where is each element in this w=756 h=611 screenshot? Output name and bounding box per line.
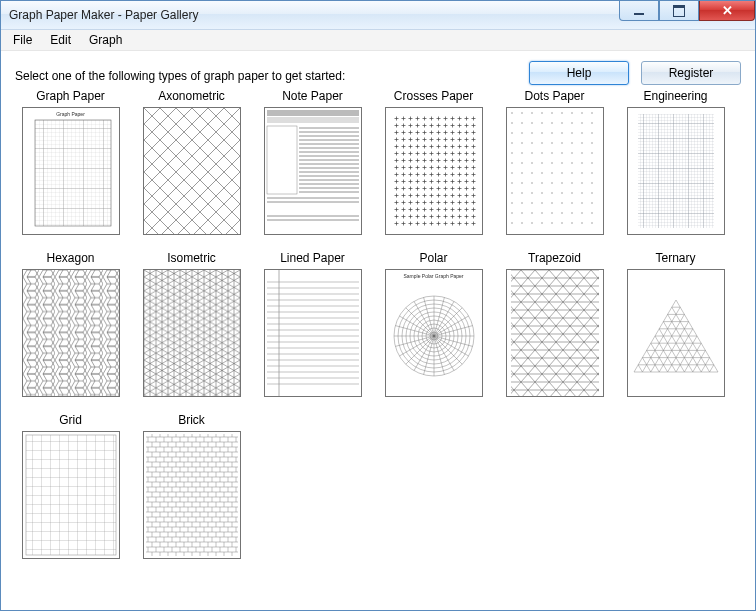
svg-rect-28 [392, 114, 476, 228]
svg-rect-37 [144, 270, 240, 396]
gallery-item-engineering[interactable]: Engineering [620, 89, 731, 235]
paper-gallery: Graph Paper Graph Paper [15, 89, 741, 559]
svg-rect-32 [638, 114, 714, 228]
item-label: Dots Paper [524, 89, 584, 105]
instruction-text: Select one of the following types of gra… [15, 69, 345, 85]
item-label: Isometric [167, 251, 216, 267]
lined-paper-icon [265, 270, 361, 396]
svg-line-101 [663, 322, 692, 372]
register-button[interactable]: Register [641, 61, 741, 85]
thumb-trapezoid [506, 269, 604, 397]
axonometric-icon [144, 108, 240, 234]
svg-rect-36 [23, 270, 119, 396]
gallery-item-trapezoid[interactable]: Trapezoid [499, 251, 610, 397]
item-label: Hexagon [46, 251, 94, 267]
item-label: Brick [178, 413, 205, 429]
gallery-item-polar[interactable]: Polar Sample Polar Graph Paper [378, 251, 489, 397]
maximize-button[interactable] [659, 1, 699, 21]
menubar: File Edit Graph [1, 30, 755, 51]
gallery-item-graph-paper[interactable]: Graph Paper Graph Paper [15, 89, 126, 235]
svg-line-92 [659, 322, 688, 372]
svg-line-90 [642, 307, 680, 372]
svg-line-99 [671, 307, 709, 372]
minimize-icon [634, 13, 644, 15]
gallery-item-brick[interactable]: Brick [136, 413, 247, 559]
engineering-icon [628, 108, 724, 234]
thumb-ternary [627, 269, 725, 397]
svg-rect-108 [26, 435, 116, 555]
thumb-dots-paper [506, 107, 604, 235]
thumb-note-paper [264, 107, 362, 235]
svg-rect-110 [146, 434, 238, 556]
thumb-hexagon [22, 269, 120, 397]
svg-rect-30 [509, 110, 601, 232]
dots-paper-icon [507, 108, 603, 234]
content-area: Select one of the following types of gra… [1, 51, 755, 610]
thumb-title: Graph Paper [23, 111, 119, 117]
brick-icon [144, 432, 240, 558]
thumb-graph-paper: Graph Paper [22, 107, 120, 235]
isometric-icon [144, 270, 240, 396]
thumb-engineering [627, 107, 725, 235]
thumb-crosses-paper [385, 107, 483, 235]
item-label: Note Paper [282, 89, 343, 105]
crosses-paper-icon [386, 108, 482, 234]
maximize-icon [673, 5, 685, 17]
gallery-item-isometric[interactable]: Isometric [136, 251, 247, 397]
svg-rect-3 [144, 108, 240, 234]
help-button[interactable]: Help [529, 61, 629, 85]
close-icon: ✕ [722, 4, 733, 17]
gallery-item-dots-paper[interactable]: Dots Paper [499, 89, 610, 235]
gallery-item-ternary[interactable]: Ternary [620, 251, 731, 397]
thumb-axonometric [143, 107, 241, 235]
svg-rect-4 [267, 110, 359, 116]
thumb-polar: Sample Polar Graph Paper [385, 269, 483, 397]
item-label: Axonometric [158, 89, 225, 105]
app-window: Graph Paper Maker - Paper Gallery ✕ File… [0, 0, 756, 611]
window-controls: ✕ [619, 1, 755, 21]
window-title: Graph Paper Maker - Paper Gallery [9, 8, 198, 22]
gallery-item-lined-paper[interactable]: Lined Paper [257, 251, 368, 397]
svg-rect-6 [267, 126, 297, 194]
hexagon-icon [23, 270, 119, 396]
gallery-item-note-paper[interactable]: Note Paper [257, 89, 368, 235]
menu-graph[interactable]: Graph [81, 31, 130, 49]
thumb-grid [22, 431, 120, 559]
thumb-lined-paper [264, 269, 362, 397]
gallery-item-crosses-paper[interactable]: Crosses Paper [378, 89, 489, 235]
item-label: Engineering [643, 89, 707, 105]
gallery-item-grid[interactable]: Grid [15, 413, 126, 559]
item-label: Polar [419, 251, 447, 267]
item-label: Ternary [655, 251, 695, 267]
thumb-brick [143, 431, 241, 559]
gallery-item-axonometric[interactable]: Axonometric [136, 89, 247, 235]
item-label: Trapezoid [528, 251, 581, 267]
trapezoid-icon [507, 270, 603, 396]
thumb-title: Sample Polar Graph Paper [386, 273, 482, 279]
item-label: Graph Paper [36, 89, 105, 105]
note-paper-icon [265, 108, 361, 234]
svg-line-98 [709, 365, 713, 372]
svg-line-103 [655, 336, 676, 372]
close-button[interactable]: ✕ [699, 1, 755, 21]
item-label: Grid [59, 413, 82, 429]
menu-file[interactable]: File [5, 31, 40, 49]
gallery-item-hexagon[interactable]: Hexagon [15, 251, 126, 397]
top-row: Select one of the following types of gra… [15, 61, 741, 85]
grid-icon [23, 432, 119, 558]
action-buttons: Help Register [529, 61, 741, 85]
thumb-isometric [143, 269, 241, 397]
svg-rect-1 [35, 120, 111, 226]
graph-paper-icon [23, 108, 119, 234]
svg-rect-5 [267, 117, 359, 123]
titlebar[interactable]: Graph Paper Maker - Paper Gallery ✕ [1, 1, 755, 30]
polar-icon [386, 270, 482, 396]
item-label: Lined Paper [280, 251, 345, 267]
svg-line-94 [676, 336, 697, 372]
svg-rect-79 [511, 270, 599, 396]
menu-edit[interactable]: Edit [42, 31, 79, 49]
item-label: Crosses Paper [394, 89, 473, 105]
svg-line-107 [638, 365, 642, 372]
minimize-button[interactable] [619, 1, 659, 21]
ternary-icon [628, 270, 724, 396]
